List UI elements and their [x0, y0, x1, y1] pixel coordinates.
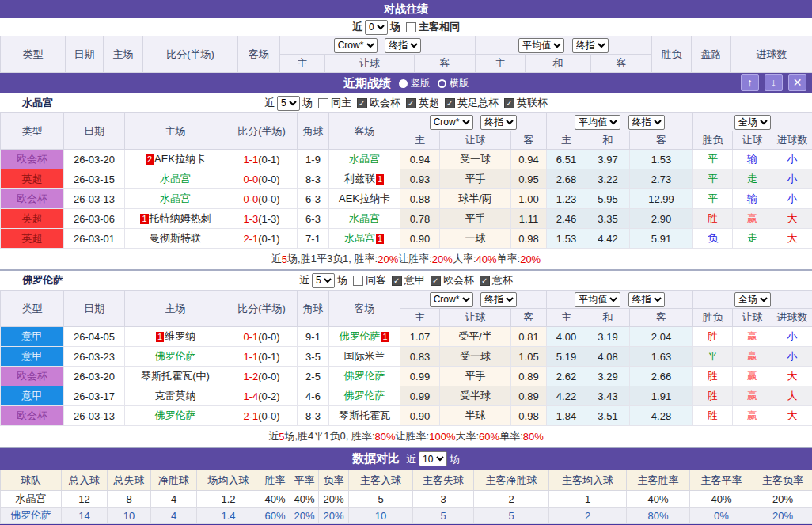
average-select[interactable]: 平均值	[575, 292, 620, 307]
red-card-badge: 1	[156, 332, 164, 342]
odds-source-controls: Crow* 终指	[400, 291, 547, 309]
comparison-team-cell: 水晶宫	[1, 491, 62, 508]
odds-away-cell: 1.05	[511, 347, 547, 367]
average-select[interactable]: 平均值	[575, 115, 620, 130]
comparison-stat-cell: 3	[413, 491, 474, 508]
h2h-near-count-select[interactable]: 0	[365, 20, 388, 35]
league-label-facup: 英足总杯	[457, 96, 499, 110]
team-name-text: 琴斯托霍瓦	[339, 409, 390, 421]
cmp-col-ha-avg-goals: 主客均入球	[549, 470, 627, 491]
team-name-text: 托特纳姆热刺	[150, 212, 211, 224]
same-away-checkbox[interactable]	[353, 276, 363, 286]
match-date-cell: 26-03-01	[64, 229, 125, 249]
goals-result-cell: 小	[772, 150, 812, 169]
cmp-col-ha-draw-rate: 主客平率	[690, 470, 753, 491]
near-count-select[interactable]: 5	[277, 96, 300, 111]
move-up-button[interactable]: ↑	[741, 74, 759, 91]
match-row: 意甲26-03-23佛罗伦萨1-1(0-1)3-5国际米兰0.83受一球1.05…	[1, 347, 812, 367]
same-home-label: 同主	[331, 96, 351, 110]
col-handicap-header: 让球	[440, 131, 511, 150]
team-name-text: 佛罗伦萨	[339, 330, 380, 342]
final-odds-select-2[interactable]: 终指	[628, 292, 665, 307]
result-cell-text: 胜	[708, 370, 718, 382]
h2h-table: 类型 日期 主场 比分(半场) 客场 Crow* 终指 平均值 终指 胜负 盘路…	[0, 36, 812, 73]
col-home-header: 主场	[125, 291, 226, 327]
final-odds-select[interactable]: 终指	[480, 115, 517, 130]
match-table-crystal-palace: 类型 日期 主场 比分(半场) 角球 客场 Crow* 终指 平均值 终指 全场…	[0, 112, 812, 249]
summary-segment: 近	[268, 429, 279, 443]
col-away-header: 客场	[238, 36, 280, 73]
league-checkbox-facup[interactable]	[445, 98, 455, 108]
odds-home-cell: 0.78	[400, 209, 440, 229]
result-cell-text: 胜	[708, 409, 718, 421]
comparison-row: 佛罗伦萨141041.460%20%20%1055280%0%20%	[1, 508, 812, 524]
full-time-score: 1-1	[243, 351, 258, 363]
vertical-layout-label[interactable]: 竖版	[411, 77, 430, 90]
comparison-stat-cell: 1	[549, 491, 627, 508]
league-checkbox-eflcup[interactable]	[504, 98, 514, 108]
avg-away-cell: 4.28	[630, 406, 693, 426]
match-date-cell: 26-03-13	[64, 189, 125, 209]
scope-select[interactable]: 全场	[734, 115, 771, 130]
odds-home-cell: 0.94	[400, 150, 440, 169]
goals-result-cell-text: 小	[787, 350, 798, 362]
full-time-score: 0-0	[243, 193, 258, 205]
horizontal-layout-radio[interactable]	[438, 79, 446, 88]
handicap-result-cell: 赢	[733, 209, 772, 229]
avg-away-cell: 2.04	[630, 327, 693, 347]
same-home-checkbox[interactable]	[318, 98, 328, 108]
league-checkbox-uecl[interactable]	[431, 276, 441, 286]
half-time-score: (1-3)	[258, 213, 279, 225]
league-checkbox-uecl[interactable]	[357, 98, 367, 108]
league-checkbox-seriea[interactable]	[392, 276, 402, 286]
half-time-score: (0-2)	[258, 390, 279, 402]
bookmaker-select[interactable]: Crow*	[430, 292, 473, 307]
avg-draw-cell: 5.95	[586, 189, 630, 209]
final-odds-select[interactable]: 终指	[480, 292, 517, 307]
league-type-cell: 欧会杯	[1, 367, 64, 386]
league-label-uecl: 欧会杯	[443, 273, 474, 287]
near-count-select[interactable]: 5	[312, 273, 335, 288]
comparison-stat-cell: 2	[474, 491, 549, 508]
odds-home-cell: 0.90	[400, 406, 440, 426]
home-team-cell: 2AEK拉纳卡	[125, 150, 226, 169]
scope-select[interactable]: 全场	[734, 292, 771, 307]
final-odds-select-2[interactable]: 终指	[628, 115, 665, 130]
cmp-col-ha-win-rate: 主客胜率	[627, 470, 690, 491]
comparison-stat-cell: 40%	[627, 491, 690, 508]
col-date-header: 日期	[64, 291, 125, 327]
score-cell: 1-2(0-0)	[226, 367, 298, 386]
bookmaker-select[interactable]: Crow*	[430, 115, 473, 130]
final-odds-select[interactable]: 终指	[385, 38, 421, 53]
half-time-score: (0-0)	[258, 193, 279, 205]
move-down-button[interactable]: ↓	[765, 74, 783, 91]
half-time-score: (0-0)	[258, 371, 279, 382]
home-team-cell: 水晶宫	[125, 169, 226, 189]
summary-segment: 场,胜4平1负0, 胜率:	[284, 429, 374, 443]
league-checkbox-epl[interactable]	[406, 98, 416, 108]
avg-away-cell: 1.91	[630, 386, 693, 406]
col-type-header: 类型	[1, 36, 66, 73]
final-odds-select-2[interactable]: 终指	[572, 38, 609, 53]
same-home-away-checkbox[interactable]	[406, 22, 416, 32]
odds-source-controls: Crow* 终指	[400, 113, 547, 131]
summary-segment: 20%	[432, 253, 453, 265]
corner-cell: 3-5	[298, 347, 329, 367]
average-select[interactable]: 平均值	[518, 38, 564, 53]
avg-home-cell: 4.00	[547, 327, 586, 347]
horizontal-layout-label[interactable]: 横版	[450, 77, 469, 90]
red-card-badge: 1	[376, 174, 384, 185]
summary-segment: 单率:	[499, 429, 523, 443]
bookmaker-select[interactable]: Crow*	[334, 38, 378, 53]
summary-segment: 大率:	[453, 252, 476, 266]
odds-handicap-cell: 一球	[440, 229, 511, 249]
close-button[interactable]: ✕	[788, 74, 806, 91]
average-odds-controls: 平均值 终指	[476, 36, 652, 55]
vertical-layout-radio[interactable]	[399, 79, 408, 88]
comparison-near-count-select[interactable]: 10	[419, 451, 447, 466]
match-row: 英超26-03-15水晶宫0-0(0-0)8-3利兹联10.93平手0.952.…	[1, 169, 812, 189]
match-date-cell: 26-03-17	[64, 386, 125, 406]
league-checkbox-coppa[interactable]	[480, 276, 490, 286]
league-label-epl: 英超	[419, 96, 439, 110]
comparison-stat-cell: 0%	[690, 508, 753, 524]
